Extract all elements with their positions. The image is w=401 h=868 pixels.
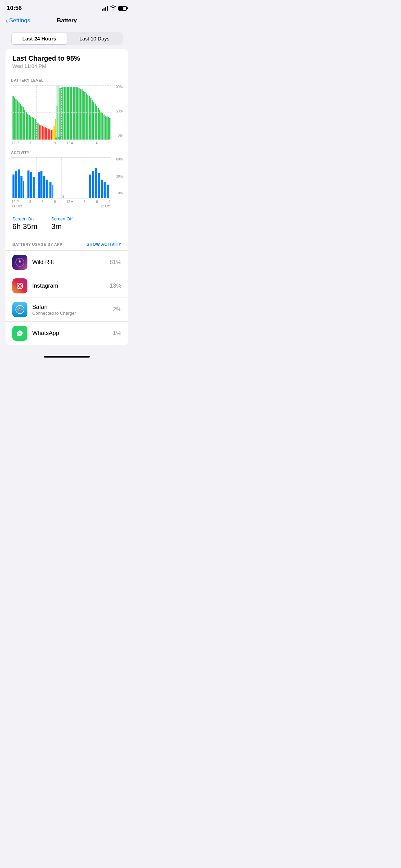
show-activity-button[interactable]: SHOW ACTIVITY	[87, 242, 121, 247]
svg-rect-27	[52, 129, 53, 140]
whatsapp-info: WhatsApp	[32, 330, 113, 337]
charge-subtitle: Wed 11:04 PM	[12, 63, 121, 69]
svg-rect-34	[62, 87, 63, 140]
x-label-12p: 12 P	[12, 141, 19, 145]
svg-rect-85	[98, 173, 100, 198]
status-time: 10:56	[7, 5, 22, 12]
instagram-percent: 13%	[110, 282, 121, 289]
svg-rect-74	[33, 177, 35, 198]
svg-rect-48	[83, 91, 84, 140]
svg-rect-41	[73, 87, 74, 140]
safari-detail: Connected to Charger	[32, 311, 113, 316]
svg-rect-81	[63, 195, 64, 198]
svg-rect-11	[28, 115, 29, 140]
app-row-whatsapp[interactable]: WhatsApp 1%	[5, 321, 128, 345]
segment-last-10d[interactable]: Last 10 Days	[67, 33, 122, 44]
svg-point-93	[19, 285, 21, 287]
time-segment-control[interactable]: Last 24 Hours Last 10 Days	[11, 32, 123, 45]
svg-rect-65	[108, 117, 109, 140]
screen-on-item: Screen On 6h 35m	[12, 216, 37, 231]
app-row-wildrift[interactable]: Wild Rift 81%	[5, 250, 128, 274]
svg-rect-46	[80, 89, 81, 140]
battery-x-labels: 12 P 3 6 9 12 A 3 6 9	[11, 140, 111, 145]
whatsapp-percent: 1%	[113, 330, 121, 337]
svg-rect-15	[35, 119, 36, 140]
svg-rect-87	[104, 182, 106, 198]
svg-rect-56	[95, 104, 96, 140]
back-label: Settings	[9, 17, 30, 24]
wildrift-icon	[12, 255, 27, 270]
charge-dot-1	[55, 137, 57, 140]
svg-rect-66	[109, 118, 110, 140]
svg-rect-69	[18, 169, 20, 198]
act-x-label-6pm: 6	[41, 200, 44, 204]
wildrift-info: Wild Rift	[32, 259, 110, 266]
svg-rect-23	[46, 128, 47, 140]
battery-chart-section: BATTERY LEVEL	[5, 73, 128, 148]
act-x-label-3pm: 3	[29, 200, 31, 204]
svg-rect-49	[84, 92, 85, 140]
svg-rect-28	[53, 126, 54, 140]
battery-chart-label: BATTERY LEVEL	[11, 78, 123, 82]
svg-rect-88	[107, 185, 109, 198]
svg-rect-42	[74, 87, 75, 140]
y-label-50: 50%	[116, 109, 123, 113]
svg-rect-6	[21, 106, 22, 140]
main-content: Last 24 Hours Last 10 Days Last Charged …	[0, 32, 134, 352]
x-label-9am: 9	[108, 141, 110, 145]
x-label-6pm: 6	[41, 141, 44, 145]
svg-rect-8	[24, 110, 25, 140]
svg-rect-18	[39, 125, 40, 140]
svg-rect-35	[64, 87, 65, 140]
back-button[interactable]: ‹ Settings	[5, 17, 30, 24]
svg-rect-17	[37, 123, 38, 140]
svg-rect-25	[49, 129, 50, 140]
act-x-label-9pm: 9	[54, 200, 56, 204]
charge-dot-2	[58, 137, 61, 140]
segment-last-24h[interactable]: Last 24 Hours	[12, 33, 67, 44]
svg-rect-52	[89, 96, 90, 140]
svg-rect-4	[19, 102, 20, 140]
svg-rect-53	[90, 98, 91, 140]
act-x-label-12p: 12 P	[12, 200, 19, 204]
battery-icon	[118, 6, 127, 11]
signal-icon	[102, 6, 108, 11]
safari-icon	[12, 302, 27, 317]
safari-name: Safari	[32, 304, 113, 311]
svg-rect-79	[49, 182, 51, 198]
svg-rect-64	[106, 117, 107, 140]
svg-rect-14	[33, 118, 34, 140]
activity-y-labels: 60m 30m 0m	[111, 157, 123, 208]
status-icons	[102, 5, 127, 11]
svg-rect-40	[71, 87, 72, 140]
instagram-icon	[12, 278, 27, 293]
date-label-11oct: 11 Oct	[12, 204, 22, 208]
svg-rect-68	[15, 171, 17, 198]
svg-rect-3	[17, 100, 18, 140]
battery-usage-label: BATTERY USAGE BY APP	[12, 242, 62, 246]
svg-rect-10	[27, 114, 28, 140]
svg-rect-57	[96, 106, 97, 140]
svg-rect-43	[75, 87, 76, 140]
svg-rect-62	[104, 114, 105, 140]
svg-rect-36	[65, 87, 66, 140]
safari-percent: 2%	[113, 306, 121, 313]
app-row-instagram[interactable]: Instagram 13%	[5, 274, 128, 298]
status-bar: 10:56	[0, 0, 134, 14]
svg-rect-22	[45, 127, 46, 140]
app-row-safari[interactable]: Safari Connected to Charger 2%	[5, 298, 128, 321]
charge-info: Last Charged to 95% Wed 11:04 PM	[5, 49, 128, 73]
svg-rect-84	[95, 168, 97, 198]
charge-title: Last Charged to 95%	[12, 55, 121, 62]
x-label-12a: 12 A	[66, 141, 73, 145]
svg-rect-80	[52, 185, 53, 198]
svg-rect-9	[26, 112, 27, 140]
svg-rect-71	[23, 181, 24, 198]
svg-rect-61	[102, 113, 103, 140]
svg-rect-39	[70, 87, 71, 140]
svg-rect-72	[27, 170, 29, 198]
svg-rect-24	[48, 129, 49, 140]
navigation-bar: ‹ Settings Battery	[0, 14, 134, 28]
safari-info: Safari Connected to Charger	[32, 304, 113, 316]
battery-card: Last Charged to 95% Wed 11:04 PM BATTERY…	[5, 49, 128, 345]
